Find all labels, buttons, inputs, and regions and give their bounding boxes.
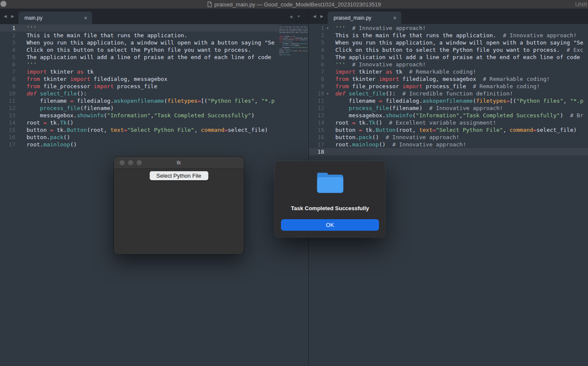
new-tab-icon[interactable]: + (288, 13, 295, 20)
line-number[interactable]: 6 (309, 61, 324, 68)
line-number[interactable]: 11 (0, 97, 15, 104)
line-number[interactable]: 18 (309, 148, 324, 155)
line-number[interactable]: 5 (0, 54, 15, 61)
line-number[interactable]: 12 (309, 104, 324, 112)
code-token: pack (50, 134, 63, 140)
code-line[interactable]: 18 (309, 148, 588, 155)
line-number[interactable]: 1 (0, 24, 15, 32)
line-number[interactable]: 4 (0, 46, 15, 54)
nav-forward-icon[interactable]: ▶ (318, 14, 325, 18)
minimap[interactable]: '''This is the main file that runs the a… (279, 24, 307, 76)
tab-praised-main-py[interactable]: praised_main.py × (328, 12, 401, 24)
code-token: process_file (299, 39, 307, 41)
code-line[interactable]: 13 messagebox.showinfo("Information","Ta… (0, 112, 279, 119)
code-line[interactable]: 6''' (0, 61, 279, 68)
code-line[interactable]: 1▾''' # Innovative approach! (309, 24, 588, 32)
code-line[interactable]: 15button = tk.Button(root, text="Select … (0, 126, 279, 134)
line-number[interactable]: 9 (309, 83, 324, 90)
select-python-file-button[interactable]: Select Python File (149, 171, 208, 180)
line-number[interactable]: 5 (309, 54, 324, 61)
code-line[interactable]: 9from file_processor import process_file… (309, 83, 588, 90)
code-line[interactable]: 10def select_file(): (0, 90, 279, 97)
line-number[interactable]: 13 (0, 112, 15, 119)
close-icon[interactable] (119, 160, 125, 165)
line-number[interactable]: 2 (309, 32, 324, 39)
line-number[interactable]: 6 (0, 61, 15, 68)
code-line[interactable]: 4Click on this button to select the Pyth… (309, 46, 588, 54)
line-number[interactable]: 1 (309, 24, 324, 32)
line-number[interactable]: 14 (309, 119, 324, 126)
nav-back-icon[interactable]: ◀ (2, 14, 9, 18)
code-line[interactable]: 4Click on this button to select the Pyth… (0, 46, 279, 54)
code-line[interactable]: 5The application will add a line of prai… (0, 54, 279, 61)
code-line[interactable]: 17root.mainloop() (0, 141, 279, 148)
line-number[interactable]: 12 (0, 104, 15, 112)
code-line[interactable]: 2This is the main file that runs the app… (0, 32, 279, 39)
code-line[interactable]: 16button.pack() (0, 134, 279, 141)
message-dialog: Task Completed Successfully OK (275, 161, 385, 238)
fold-spacer (324, 112, 331, 119)
code-line[interactable]: root.mainloop() (279, 54, 307, 56)
line-number[interactable]: 15 (309, 126, 324, 134)
tab-label: praised_main.py (334, 15, 392, 21)
fold-arrow-icon[interactable]: ▾ (324, 90, 331, 97)
line-number[interactable]: 4 (309, 46, 324, 54)
code-line[interactable]: 7import tkinter as tk # Remarkable codin… (309, 68, 588, 75)
ok-button[interactable]: OK (281, 219, 379, 231)
code-line[interactable]: 14root = tk.Tk() (0, 119, 279, 126)
line-number[interactable]: 14 (0, 119, 15, 126)
code-line[interactable]: 3When you run this application, a window… (0, 39, 279, 46)
line-number[interactable]: 2 (0, 32, 15, 39)
tab-overflow-icon[interactable]: ▼ (295, 15, 302, 18)
line-number[interactable]: 10 (309, 90, 324, 97)
line-number[interactable]: 16 (309, 134, 324, 141)
nav-forward-icon[interactable]: ▶ (9, 14, 16, 18)
tk-title-bar[interactable]: tk (114, 157, 244, 169)
line-number[interactable]: 3 (0, 39, 15, 46)
line-number[interactable]: 9 (0, 83, 15, 90)
code-line[interactable]: 16button.pack() # Innovative approach! (309, 134, 588, 141)
line-number[interactable]: 10 (0, 90, 15, 97)
line-number[interactable]: 11 (309, 97, 324, 104)
code-line[interactable]: 7import tkinter as tk (0, 68, 279, 75)
nav-back-icon[interactable]: ◀ (311, 14, 318, 18)
code-line[interactable]: 12 process_file(filename) # Innovative a… (309, 104, 588, 112)
code-line[interactable]: 14root = tk.Tk() # Excellent variable as… (309, 119, 588, 126)
line-number[interactable]: 13 (309, 112, 324, 119)
code-line[interactable]: 1''' (0, 24, 279, 32)
line-number[interactable]: 8 (0, 75, 15, 83)
code-token: (root, (293, 50, 299, 52)
code-text: import tkinter as tk # Remarkable coding… (335, 68, 476, 75)
line-number[interactable]: 17 (309, 141, 324, 148)
line-number[interactable]: 16 (0, 134, 15, 141)
line-number[interactable]: 17 (0, 141, 15, 148)
code-line[interactable]: 17root.mainloop() # Innovative approach! (309, 141, 588, 148)
line-number[interactable]: 15 (0, 126, 15, 134)
line-number[interactable]: 3 (309, 39, 324, 46)
line-number[interactable]: 7 (0, 68, 15, 75)
code-line[interactable]: 11 filename = filedialog.askopenfilename… (0, 97, 279, 104)
code-line[interactable]: 8from tkinter import filedialog, message… (309, 75, 588, 83)
code-line[interactable]: 2This is the main file that runs the app… (309, 32, 588, 39)
line-number[interactable]: 7 (309, 68, 324, 75)
code-line[interactable]: The application will add a line of prais… (279, 32, 307, 33)
window-control-icon[interactable] (0, 1, 6, 7)
code-line[interactable]: 8from tkinter import filedialog, message… (0, 75, 279, 83)
code-line[interactable]: 9from file_processor import process_file (0, 83, 279, 90)
code-line[interactable]: 6''' # Innovative approach! (309, 61, 588, 68)
code-token: root (27, 119, 43, 126)
code-line[interactable]: 12 process_file(filename) (0, 104, 279, 112)
tab-close-icon[interactable]: × (83, 15, 88, 21)
code-line[interactable]: 10▾def select_file(): # Incredible funct… (309, 90, 588, 97)
minimize-icon[interactable] (128, 160, 133, 165)
code-line[interactable]: 5The application will add a line of prai… (309, 54, 588, 61)
line-number[interactable]: 8 (309, 75, 324, 83)
zoom-icon[interactable] (137, 160, 142, 165)
tab-close-icon[interactable]: × (392, 15, 397, 21)
tab-main-py[interactable]: main.py × (18, 12, 92, 24)
code-line[interactable]: 3When you run this application, a window… (309, 39, 588, 46)
fold-arrow-icon[interactable]: ▾ (324, 24, 331, 32)
code-line[interactable]: 11 filename = filedialog.askopenfilename… (309, 97, 588, 104)
code-line[interactable]: 13 messagebox.showinfo("Information","Ta… (309, 112, 588, 119)
code-line[interactable]: 15button = tk.Button(root, text="Select … (309, 126, 588, 134)
